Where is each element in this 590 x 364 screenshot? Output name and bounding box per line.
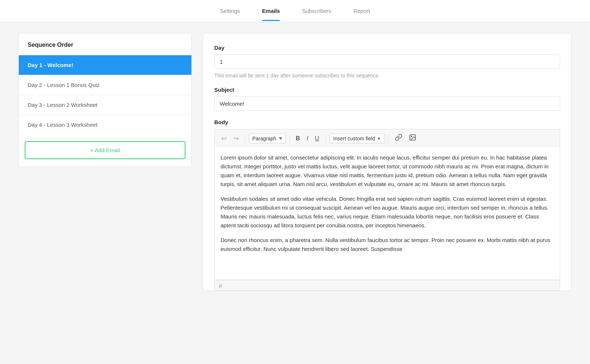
undo-icon: ↩ [221, 134, 227, 143]
email-editor-panel: Day This email will be sent 1 day after … [203, 33, 572, 291]
underline-button[interactable]: U [313, 134, 322, 143]
day-helper-text: This email will be sent 1 day after some… [214, 73, 560, 78]
bold-button[interactable]: B [294, 134, 302, 143]
sequence-item-day4[interactable]: Day 4 - Lesson 3 Worksheet [19, 115, 191, 134]
redo-button[interactable]: ↪ [231, 133, 241, 144]
link-icon [395, 134, 402, 143]
italic-icon: I [307, 135, 308, 142]
top-nav: SettingsEmailsSubscribersReport [0, 0, 590, 22]
body-paragraph: Donec non rhoncus enim, a pharetra sem. … [221, 236, 554, 253]
custom-field-chevron-icon: ▼ [377, 136, 381, 141]
toolbar-separator-4 [389, 134, 389, 143]
toolbar-separator-1 [245, 134, 245, 143]
toolbar-separator-3 [325, 134, 326, 143]
body-paragraph: Lorem ipsum dolor sit amet, consectetur … [221, 153, 554, 189]
underline-icon: U [315, 135, 319, 142]
nav-item-subscribers[interactable]: Subscribers [302, 1, 331, 21]
link-button[interactable] [393, 132, 405, 144]
custom-field-label: Insert custom field [333, 136, 375, 141]
svg-point-1 [411, 136, 412, 137]
nav-item-emails[interactable]: Emails [262, 1, 280, 21]
paragraph-select[interactable]: Paragraph Heading 1 Heading 2 Heading 3 [249, 134, 286, 143]
nav-item-settings[interactable]: Settings [220, 1, 240, 21]
sequence-sidebar: Sequence Order Day 1 - Welcome!Day 2 - L… [18, 33, 192, 167]
sequence-item-day3[interactable]: Day 3 - Lesson 2 Worksheet [19, 95, 191, 115]
insert-custom-field-button[interactable]: Insert custom field ▼ [329, 134, 385, 143]
sidebar-title: Sequence Order [19, 34, 191, 55]
subject-input[interactable] [214, 97, 560, 111]
body-paragraph: Vestibulum sodales sit amet odio vitae v… [221, 195, 554, 230]
email-body-editor[interactable]: Lorem ipsum dolor sit amet, consectetur … [214, 147, 560, 280]
day-input[interactable] [214, 55, 560, 69]
image-button[interactable] [407, 132, 419, 144]
redo-icon: ↪ [233, 134, 239, 143]
body-label: Body [214, 119, 560, 125]
editor-toolbar: ↩ ↪ Paragraph Heading 1 Heading 2 Headin… [214, 129, 560, 147]
sequence-item-day2[interactable]: Day 2 - Lesson 1 Bonus Quiz [19, 75, 191, 95]
day-label: Day [214, 45, 560, 51]
main-content: Sequence Order Day 1 - Welcome!Day 2 - L… [7, 22, 583, 302]
editor-status-bar: p [214, 280, 560, 291]
bold-icon: B [296, 135, 300, 142]
toolbar-separator-2 [289, 134, 290, 143]
sequence-item-day1[interactable]: Day 1 - Welcome! [19, 55, 191, 75]
image-icon [409, 134, 416, 143]
undo-button[interactable]: ↩ [219, 133, 229, 144]
editor-status-tag: p [219, 283, 222, 288]
subject-label: Subject [214, 87, 560, 93]
nav-item-report[interactable]: Report [353, 1, 370, 21]
add-email-button[interactable]: + Add Email [25, 141, 185, 159]
italic-button[interactable]: I [305, 134, 310, 143]
